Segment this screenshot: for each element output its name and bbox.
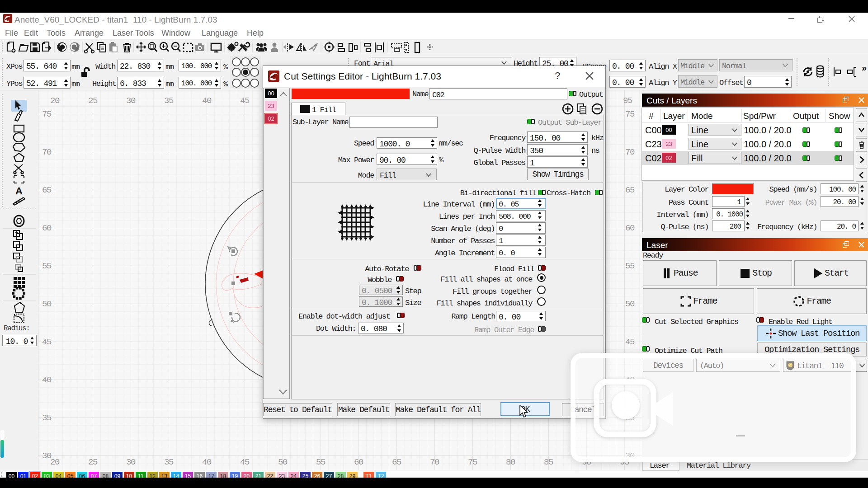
svg-text:A: A [15, 185, 23, 197]
